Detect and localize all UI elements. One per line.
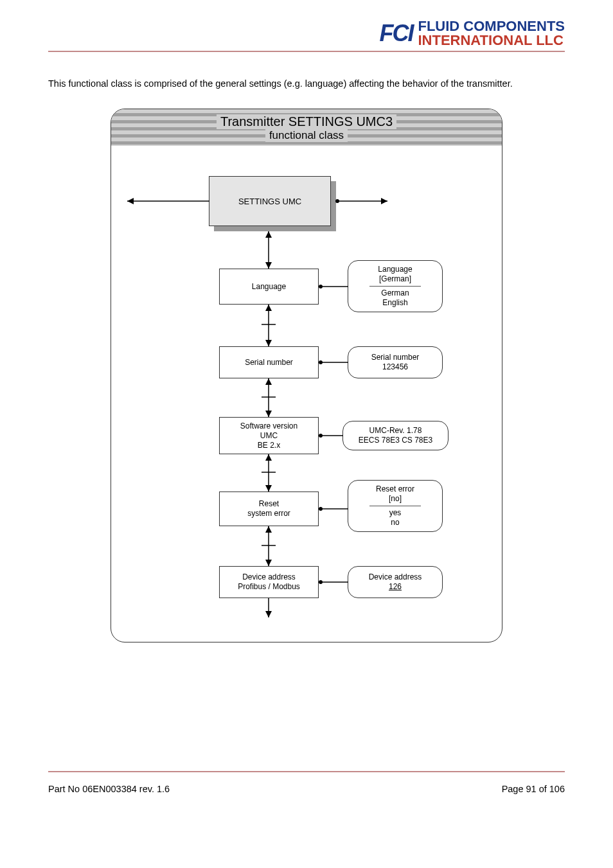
reset-label-1: Reset: [259, 499, 279, 509]
connector-serial-software-tick-icon: [262, 396, 276, 398]
logo-mark-icon: FCI: [379, 23, 413, 44]
connector-reset-dev-tick-icon: [262, 544, 276, 547]
software-detail-2: EECS 78E3 CS 78E3: [359, 436, 432, 445]
svg-marker-3: [381, 198, 387, 204]
svg-marker-12: [265, 340, 272, 346]
language-option-1: English: [382, 298, 407, 308]
diagram-container: Transmitter SETTINGS UMC3 functional cla…: [48, 109, 565, 642]
page-header: FCI FLUID COMPONENTS INTERNATIONAL LLC: [48, 19, 565, 52]
language-detail-title: Language: [378, 265, 412, 274]
logo-line2: INTERNATIONAL LLC: [418, 33, 565, 48]
svg-marker-1: [127, 198, 134, 204]
devaddr-detail-title: Device address: [369, 572, 422, 582]
software-label-1: Software version: [240, 421, 298, 431]
svg-marker-18: [265, 411, 272, 417]
devaddr-box: Device address Profibus / Modbus: [219, 566, 319, 598]
connector-language-right-icon: [319, 283, 348, 290]
footer-part-number: Part No 06EN003384 rev. 1.6: [48, 784, 170, 794]
software-label-3: BE 2.x: [258, 441, 280, 450]
connector-software-reset-tick-icon: [262, 471, 276, 474]
diagram-body: SETTINGS UMC: [111, 146, 502, 642]
intro-paragraph: This functional class is comprised of th…: [48, 78, 565, 89]
svg-marker-35: [265, 611, 272, 617]
devaddr-label-2: Profibus / Modbus: [238, 582, 300, 592]
diagram-title: Transmitter SETTINGS UMC3: [217, 114, 396, 129]
connector-main-down-icon: [265, 231, 272, 269]
serial-label: Serial number: [245, 358, 293, 368]
serial-detail-title: Serial number: [371, 353, 420, 362]
serial-detail-box: Serial number 123456: [348, 346, 443, 378]
reset-option-1: no: [391, 518, 399, 527]
diagram-frame: Transmitter SETTINGS UMC3 functional cla…: [111, 109, 502, 642]
devaddr-detail-box: Device address 126: [348, 566, 443, 598]
language-label: Language: [252, 282, 286, 292]
divider: [369, 506, 421, 506]
svg-marker-23: [265, 454, 272, 461]
software-label-2: UMC: [260, 431, 278, 441]
reset-detail-current: [no]: [389, 494, 402, 504]
connector-software-right-icon: [319, 432, 343, 439]
reset-detail-title: Reset error: [376, 484, 414, 494]
connector-reset-right-icon: [319, 506, 348, 512]
diagram-subtitle: functional class: [265, 129, 348, 142]
serial-box: Serial number: [219, 346, 319, 378]
company-logo: FCI FLUID COMPONENTS INTERNATIONAL LLC: [379, 19, 565, 48]
connector-devaddr-right-icon: [319, 579, 348, 585]
reset-label-2: system error: [247, 509, 290, 518]
svg-point-27: [319, 507, 323, 511]
connector-serial-right-icon: [319, 359, 348, 366]
svg-point-9: [319, 285, 323, 288]
svg-point-15: [319, 360, 323, 364]
arrow-left-icon: [127, 197, 209, 205]
connector-bottom-down-icon: [265, 598, 272, 617]
svg-marker-6: [265, 231, 272, 238]
language-box: Language: [219, 269, 319, 305]
page-footer: Part No 06EN003384 rev. 1.6 Page 91 of 1…: [48, 784, 565, 794]
connector-lang-serial-tick-icon: [262, 323, 276, 326]
svg-marker-24: [265, 485, 272, 492]
software-box: Software version UMC BE 2.x: [219, 417, 319, 454]
arrow-right-icon: [336, 197, 387, 205]
main-menu-box: SETTINGS UMC: [209, 176, 331, 226]
software-detail-box: UMC-Rev. 1.78 EECS 78E3 CS 78E3: [342, 421, 449, 450]
svg-point-33: [319, 580, 323, 584]
reset-option-0: yes: [389, 508, 402, 518]
svg-point-21: [319, 434, 323, 438]
svg-point-4: [335, 199, 339, 203]
logo-text: FLUID COMPONENTS INTERNATIONAL LLC: [418, 19, 565, 48]
svg-marker-30: [265, 560, 272, 566]
svg-marker-17: [265, 378, 272, 385]
footer-page-number: Page 91 of 106: [502, 784, 565, 794]
footer-divider: [48, 771, 565, 772]
svg-marker-11: [265, 305, 272, 311]
svg-marker-29: [265, 526, 272, 533]
main-menu-label: SETTINGS UMC: [238, 197, 301, 206]
devaddr-label-1: Device address: [242, 572, 296, 582]
diagram-title-bar: Transmitter SETTINGS UMC3 functional cla…: [111, 109, 502, 146]
language-detail-current: [German]: [379, 274, 411, 284]
serial-detail-value: 123456: [382, 362, 408, 372]
logo-line1: FLUID COMPONENTS: [418, 19, 565, 33]
page: FCI FLUID COMPONENTS INTERNATIONAL LLC T…: [0, 0, 613, 820]
language-option-0: German: [381, 288, 409, 298]
language-detail-box: Language [German] German English: [348, 260, 443, 312]
reset-detail-box: Reset error [no] yes no: [348, 480, 443, 532]
divider: [369, 286, 421, 287]
software-detail-1: UMC-Rev. 1.78: [369, 426, 422, 436]
reset-box: Reset system error: [219, 492, 319, 526]
devaddr-detail-value: 126: [389, 582, 402, 592]
svg-marker-7: [265, 262, 272, 269]
